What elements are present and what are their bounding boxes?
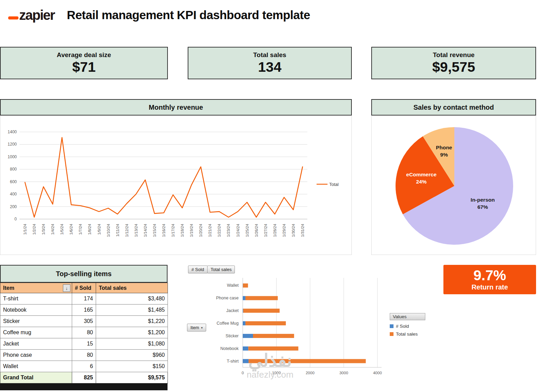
kpi-label: Average deal size xyxy=(57,51,111,59)
table-row: Sticker305$1,220 xyxy=(0,316,168,327)
table-cell: 174 xyxy=(72,293,96,305)
svg-text:1/26/24: 1/26/24 xyxy=(254,224,258,237)
svg-text:Wallet: Wallet xyxy=(227,283,239,288)
svg-text:1/14/24: 1/14/24 xyxy=(143,224,147,237)
legend-item-sold: # Sold xyxy=(390,324,425,329)
svg-text:1/10/24: 1/10/24 xyxy=(106,224,110,237)
table-row: Notebook165$1,485 xyxy=(0,305,168,316)
svg-text:1/5/24: 1/5/24 xyxy=(60,224,64,235)
svg-text:600: 600 xyxy=(10,179,17,184)
total-sales-swatch-icon xyxy=(390,332,393,336)
sales-by-contact-panel: Sales by contact method In-person67%eCom… xyxy=(371,99,536,255)
kpi-value: $71 xyxy=(72,59,95,75)
svg-text:1/27/24: 1/27/24 xyxy=(264,224,268,237)
svg-text:1/30/24: 1/30/24 xyxy=(291,224,295,237)
svg-text:Phone case: Phone case xyxy=(216,296,239,300)
table-cell: Coffee mug xyxy=(0,327,72,338)
table-cell: $960 xyxy=(96,350,168,361)
top-items-tbody: T-shirt174$3,480Notebook165$1,485Sticker… xyxy=(0,293,168,372)
legend-sold-label: # Sold xyxy=(396,324,409,329)
svg-text:T-shirt: T-shirt xyxy=(227,359,239,364)
svg-text:1/22/24: 1/22/24 xyxy=(217,224,221,237)
svg-text:1/8/24: 1/8/24 xyxy=(88,224,92,235)
svg-text:1/29/24: 1/29/24 xyxy=(282,224,286,237)
svg-text:200: 200 xyxy=(10,204,17,209)
table-cell: 165 xyxy=(72,305,96,316)
sales-pie-chart-area: In-person67%eCommerce24%Phone9% xyxy=(371,116,536,255)
svg-text:1/12/24: 1/12/24 xyxy=(125,224,129,237)
table-header-row: Item ↓ # Sold Total sales xyxy=(0,283,168,293)
svg-text:1400: 1400 xyxy=(8,130,17,134)
svg-text:1/24/24: 1/24/24 xyxy=(236,224,240,237)
svg-text:1/28/24: 1/28/24 xyxy=(273,224,277,237)
svg-text:1000: 1000 xyxy=(8,154,17,159)
sold-swatch-icon xyxy=(390,324,393,328)
sort-filter-icon[interactable]: ↓ xyxy=(63,284,70,292)
svg-text:800: 800 xyxy=(10,167,17,172)
svg-text:1/4/24: 1/4/24 xyxy=(51,224,55,235)
svg-text:1/20/24: 1/20/24 xyxy=(199,224,203,237)
column-header-sold: # Sold xyxy=(72,283,96,293)
svg-text:1/6/24: 1/6/24 xyxy=(69,224,73,235)
column-header-item: Item ↓ xyxy=(0,283,72,293)
svg-text:1/17/24: 1/17/24 xyxy=(171,224,175,237)
table-cell: 15 xyxy=(72,338,96,350)
total-sales-filter-button[interactable]: Total sales xyxy=(207,266,235,273)
bottom-section: Top-selling items Item ↓ # Sold Total sa… xyxy=(0,265,547,392)
top-selling-items-panel: Top-selling items Item ↓ # Sold Total sa… xyxy=(0,265,168,390)
table-cell: 80 xyxy=(72,350,96,361)
svg-text:1/2/24: 1/2/24 xyxy=(32,224,36,235)
svg-text:2000: 2000 xyxy=(306,371,315,375)
zapier-underscore-icon xyxy=(8,16,18,19)
svg-text:0: 0 xyxy=(14,217,17,221)
monthly-revenue-panel: Monthly revenue 020040060080010001200140… xyxy=(0,99,352,255)
svg-text:1/18/24: 1/18/24 xyxy=(180,224,184,237)
table-cell: $1,220 xyxy=(96,316,168,327)
kpi-value: 134 xyxy=(258,59,281,75)
svg-text:67%: 67% xyxy=(477,204,488,210)
table-cell: $3,480 xyxy=(96,293,168,305)
table-row: Coffee mug80$1,200 xyxy=(0,327,168,338)
table-cell: Jacket xyxy=(0,338,72,350)
table-row: T-shirt174$3,480 xyxy=(0,293,168,305)
svg-text:1/3/24: 1/3/24 xyxy=(41,224,45,235)
svg-text:1/16/24: 1/16/24 xyxy=(162,224,166,237)
monthly-revenue-title: Monthly revenue xyxy=(0,99,352,116)
values-field-button[interactable]: Values xyxy=(390,313,425,320)
svg-text:1/1/24: 1/1/24 xyxy=(23,224,27,235)
svg-text:0: 0 xyxy=(242,371,244,375)
table-cell: $1,485 xyxy=(96,305,168,316)
table-cell: 6 xyxy=(72,361,96,372)
grand-total-sales: $9,575 xyxy=(96,372,168,383)
table-cell: Notebook xyxy=(0,305,72,316)
top-items-bar-chart: 01000200030004000WalletPhone caseJacketC… xyxy=(185,274,390,380)
svg-text:Coffee Mug: Coffee Mug xyxy=(217,321,239,326)
table-row: Jacket15$1,080 xyxy=(0,338,168,350)
top-selling-items-title: Top-selling items xyxy=(0,265,168,283)
table-cell: $1,200 xyxy=(96,327,168,338)
kpi-card-average-deal-size: Average deal size $71 xyxy=(0,47,168,79)
table-cell: Phone case xyxy=(0,350,72,361)
svg-text:In-person: In-person xyxy=(471,197,495,203)
page-header: zapier Retail management KPI dashboard t… xyxy=(8,8,310,22)
svg-text:1/7/24: 1/7/24 xyxy=(78,224,82,235)
column-header-item-label: Item xyxy=(3,285,14,291)
column-header-total-sales: Total sales xyxy=(96,283,168,293)
svg-text:1000: 1000 xyxy=(272,371,281,375)
grand-total-sold: 825 xyxy=(72,372,96,383)
grand-total-row: Grand Total 825 $9,575 xyxy=(0,372,168,383)
table-bottom-bar xyxy=(0,383,168,390)
svg-text:1/23/24: 1/23/24 xyxy=(226,224,230,237)
svg-text:1/25/24: 1/25/24 xyxy=(245,224,249,237)
svg-text:1/21/24: 1/21/24 xyxy=(208,224,212,237)
return-rate-label: Return rate xyxy=(471,283,508,291)
zapier-logo-text: zapier xyxy=(19,8,55,22)
zapier-logo: zapier xyxy=(8,8,55,22)
sold-filter-button[interactable]: # Sold xyxy=(188,266,208,273)
kpi-card-total-revenue: Total revenue $9,575 xyxy=(371,47,536,79)
kpi-card-total-sales: Total sales 134 xyxy=(188,47,352,79)
return-rate-value: 9.7% xyxy=(473,268,506,283)
svg-text:Sticker: Sticker xyxy=(226,334,239,338)
svg-text:3000: 3000 xyxy=(339,371,348,375)
svg-text:1/13/24: 1/13/24 xyxy=(134,224,138,237)
